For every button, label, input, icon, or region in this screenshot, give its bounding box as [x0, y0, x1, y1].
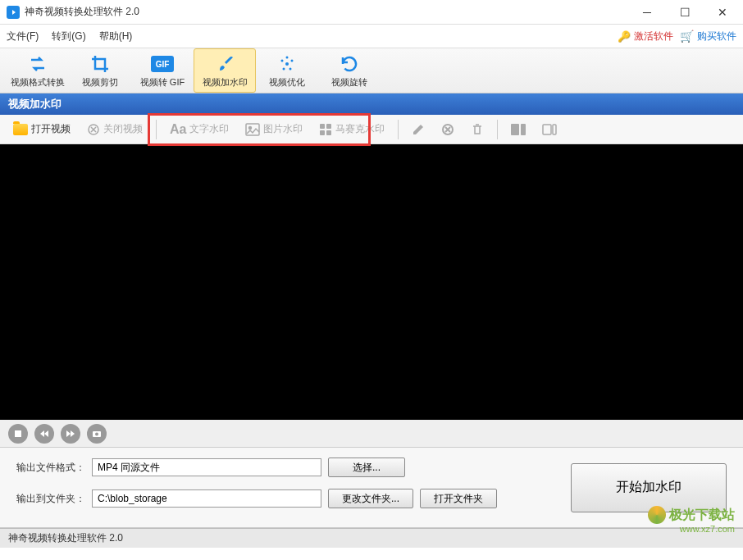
- svg-rect-11: [320, 124, 325, 129]
- main-toolbar: 视频格式转换 视频剪切 GIF 视频转 GIF 视频加水印 视频优化 视频旋转: [0, 48, 743, 93]
- remove-icon: [441, 123, 454, 136]
- output-panel: 输出文件格式： 选择... 输出到文件夹： 更改文件夹... 打开文件夹 开始加…: [0, 448, 743, 528]
- output-folder-label: 输出到文件夹：: [16, 492, 85, 506]
- folder-icon: [13, 124, 28, 135]
- tool-gif[interactable]: GIF 视频转 GIF: [131, 48, 194, 93]
- svg-rect-16: [511, 124, 519, 135]
- svg-rect-20: [15, 430, 21, 437]
- video-preview: [0, 144, 743, 420]
- snapshot-button[interactable]: [87, 424, 107, 444]
- output-format-input[interactable]: [92, 458, 321, 476]
- trash-icon: [471, 123, 484, 136]
- tool-optimize[interactable]: 视频优化: [256, 48, 318, 93]
- mosaic-icon: [319, 123, 332, 136]
- edit-button[interactable]: [405, 120, 431, 139]
- gif-icon: GIF: [151, 53, 174, 75]
- tool-crop[interactable]: 视频剪切: [69, 48, 131, 93]
- buy-label: 购买软件: [697, 30, 736, 43]
- app-icon: [7, 6, 20, 19]
- open-video-button[interactable]: 打开视频: [7, 119, 77, 139]
- svg-point-7: [286, 56, 289, 58]
- layout-icon: [511, 124, 526, 135]
- svg-rect-18: [543, 125, 551, 134]
- activate-link[interactable]: 🔑 激活软件: [618, 30, 673, 43]
- close-button[interactable]: ✕: [704, 0, 741, 25]
- crop-icon: [90, 53, 110, 75]
- svg-rect-14: [326, 130, 331, 135]
- svg-point-4: [291, 59, 294, 61]
- close-video-button[interactable]: 关闭视频: [80, 119, 149, 139]
- tool-format-convert[interactable]: 视频格式转换: [7, 48, 69, 93]
- svg-point-22: [95, 432, 98, 435]
- titlebar: 神奇视频转换处理软件 2.0 ─ ☐ ✕: [0, 0, 743, 25]
- tool-watermark[interactable]: 视频加水印: [194, 48, 256, 93]
- menu-file[interactable]: 文件(F): [7, 30, 39, 43]
- key-icon: 🔑: [618, 30, 631, 43]
- menubar: 文件(F) 转到(G) 帮助(H) 🔑 激活软件 🛒 购买软件: [0, 25, 743, 48]
- svg-point-6: [289, 67, 292, 70]
- menu-goto[interactable]: 转到(G): [52, 30, 85, 43]
- separator: [497, 120, 498, 139]
- app-title: 神奇视频转换处理软件 2.0: [25, 5, 628, 19]
- status-text: 神奇视频转换处理软件 2.0: [8, 531, 123, 545]
- statusbar: 神奇视频转换处理软件 2.0: [0, 528, 743, 548]
- svg-point-10: [249, 126, 252, 129]
- output-format-label: 输出文件格式：: [16, 461, 85, 475]
- svg-point-5: [283, 67, 285, 70]
- section-title: 视频加水印: [8, 97, 62, 112]
- svg-rect-12: [326, 124, 331, 129]
- rewind-button[interactable]: [34, 424, 54, 444]
- rotate-icon: [340, 53, 359, 75]
- layout-2-icon: [542, 124, 557, 135]
- sub-toolbar: 打开视频 关闭视频 Aa 文字水印 图片水印 马赛克水印: [0, 115, 743, 144]
- svg-rect-13: [320, 130, 325, 135]
- close-video-icon: [87, 123, 100, 136]
- layout-2-button[interactable]: [536, 121, 563, 139]
- pencil-icon: [412, 123, 425, 136]
- forward-button[interactable]: [61, 424, 80, 444]
- change-folder-button[interactable]: 更改文件夹...: [328, 489, 413, 508]
- menu-help[interactable]: 帮助(H): [99, 30, 133, 43]
- convert-icon: [28, 53, 48, 75]
- image-watermark-button[interactable]: 图片水印: [239, 119, 309, 139]
- tool-rotate[interactable]: 视频旋转: [318, 48, 381, 93]
- player-controls: [0, 420, 743, 448]
- svg-rect-19: [553, 125, 556, 134]
- mosaic-watermark-button[interactable]: 马赛克水印: [312, 119, 391, 139]
- select-format-button[interactable]: 选择...: [328, 458, 405, 477]
- activate-label: 激活软件: [634, 30, 673, 43]
- buy-link[interactable]: 🛒 购买软件: [680, 30, 736, 43]
- svg-point-2: [285, 62, 289, 66]
- layout-1-button[interactable]: [504, 121, 532, 139]
- text-watermark-button[interactable]: Aa 文字水印: [163, 119, 235, 140]
- brush-icon: [215, 53, 235, 75]
- stop-button[interactable]: [8, 424, 28, 444]
- minimize-button[interactable]: ─: [628, 0, 666, 25]
- output-folder-input[interactable]: [92, 489, 321, 508]
- section-header: 视频加水印: [0, 93, 743, 115]
- delete-button[interactable]: [464, 120, 490, 139]
- start-watermark-button[interactable]: 开始加水印: [571, 463, 727, 512]
- open-folder-button[interactable]: 打开文件夹: [420, 489, 497, 508]
- remove-button[interactable]: [435, 120, 461, 139]
- maximize-button[interactable]: ☐: [666, 0, 704, 25]
- separator: [398, 120, 399, 139]
- svg-rect-17: [521, 124, 526, 135]
- cart-icon: 🛒: [680, 30, 694, 43]
- sparkle-icon: [277, 53, 297, 75]
- svg-text:GIF: GIF: [156, 60, 170, 69]
- separator: [156, 120, 157, 139]
- text-icon: Aa: [170, 122, 186, 137]
- image-icon: [245, 123, 260, 136]
- svg-point-3: [281, 59, 284, 61]
